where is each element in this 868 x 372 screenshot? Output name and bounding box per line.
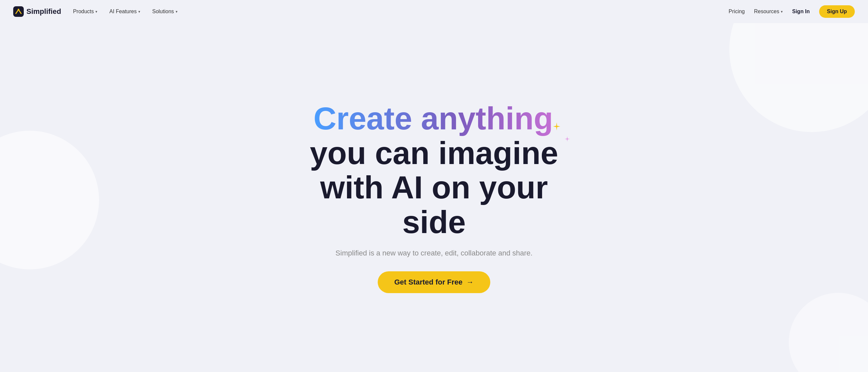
nav-ai-features-label: AI Features: [109, 8, 137, 14]
nav-products-label: Products: [73, 8, 94, 14]
sparkle-pink-icon: [564, 136, 570, 143]
nav-pricing-label: Pricing: [729, 8, 745, 14]
cta-get-started-button[interactable]: Get Started for Free →: [378, 271, 490, 293]
nav-item-resources[interactable]: Resources ▾: [754, 8, 783, 14]
products-chevron-icon: ▾: [95, 9, 97, 14]
resources-chevron-icon: ▾: [781, 9, 783, 14]
cta-label: Get Started for Free: [394, 278, 463, 286]
hero-gradient-text: Create anything: [314, 101, 553, 136]
nav-item-pricing[interactable]: Pricing: [729, 8, 745, 14]
svg-rect-0: [13, 6, 24, 17]
cta-arrow-icon: →: [467, 278, 474, 286]
nav-solutions-label: Solutions: [152, 8, 174, 14]
simplified-logo-icon: [13, 6, 24, 17]
logo[interactable]: Simplified: [13, 6, 61, 17]
sign-in-button[interactable]: Sign In: [792, 8, 810, 14]
nav-item-ai-features[interactable]: AI Features ▾: [109, 8, 140, 14]
hero-line2: you can imagine: [286, 137, 583, 170]
nav-item-solutions[interactable]: Solutions ▾: [152, 8, 178, 14]
hero-line3: with AI on your side: [286, 170, 583, 240]
hero-heading: Create anything you can imagine with: [286, 102, 583, 240]
nav-left: Simplified Products ▾ AI Features ▾ Solu…: [13, 6, 178, 17]
navbar: Simplified Products ▾ AI Features ▾ Solu…: [0, 0, 868, 23]
hero-section: Create anything you can imagine with: [0, 23, 868, 372]
nav-resources-label: Resources: [754, 8, 779, 14]
nav-right: Pricing Resources ▾ Sign In Sign Up: [729, 5, 855, 18]
brand-name: Simplified: [26, 7, 61, 16]
svg-point-1: [18, 9, 20, 10]
hero-subtitle: Simplified is a new way to create, edit,…: [336, 249, 532, 257]
solutions-chevron-icon: ▾: [176, 9, 178, 14]
sparkle-gold-icon: [552, 122, 561, 132]
ai-features-chevron-icon: ▾: [138, 9, 140, 14]
sign-up-button[interactable]: Sign Up: [819, 5, 855, 18]
nav-item-products[interactable]: Products ▾: [73, 8, 97, 14]
